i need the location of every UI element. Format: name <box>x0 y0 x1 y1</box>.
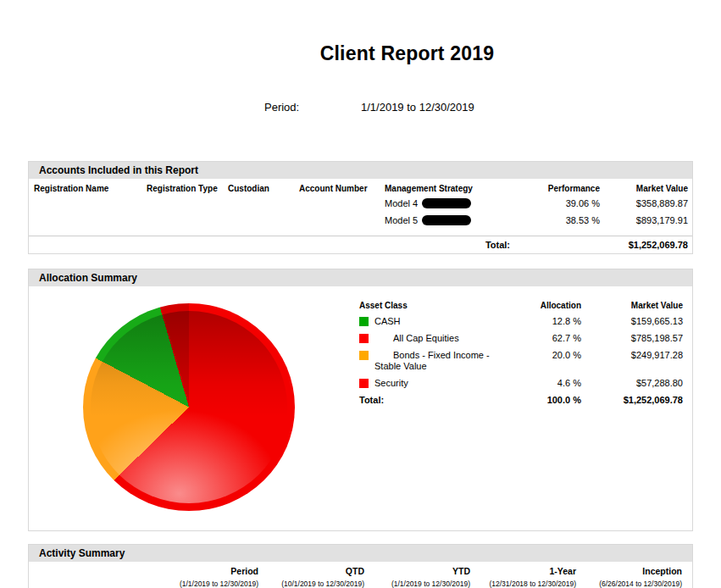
qtd-range: (10/1/2019 to 12/30/2019) <box>258 580 364 588</box>
management-strategy-cell: Model 4 <box>385 198 537 208</box>
col-registration-name: Registration Name <box>34 184 147 193</box>
col-asset-class: Asset Class <box>359 300 509 311</box>
empty-cell <box>34 566 153 576</box>
period-value: 1/1/2019 to 12/30/2019 <box>361 101 474 114</box>
asset-class-label: Security <box>374 378 509 389</box>
market-value: $785,198.57 <box>581 333 683 344</box>
col-qtd: QTD <box>258 566 364 576</box>
empty-cell <box>34 580 153 588</box>
col-inception: Inception <box>576 566 682 576</box>
market-value: $57,288.80 <box>581 378 683 389</box>
allocation-section-title: Allocation Summary <box>29 269 692 286</box>
strategy-label: Model 4 <box>385 198 418 208</box>
allocation-pie-chart <box>83 303 295 511</box>
security-swatch-icon <box>359 379 369 388</box>
legend-header: Asset Class Allocation Market Value <box>359 300 683 311</box>
allocation-value: 12.8 % <box>509 316 581 327</box>
accounts-section: Accounts Included in this Report Registr… <box>28 161 693 254</box>
col-account-number: Account Number <box>299 184 385 193</box>
market-value: $159,665.13 <box>581 316 683 327</box>
allocation-total-value: $1,252,069.78 <box>581 395 683 406</box>
legend-row: All Cap Equities 62.7 % $785,198.57 <box>359 333 683 344</box>
equities-swatch-icon <box>359 334 369 343</box>
management-strategy-cell: Model 5 <box>385 215 537 225</box>
strategy-label: Model 5 <box>385 215 418 225</box>
activity-table-header: Period QTD YTD 1-Year Inception <box>29 566 692 576</box>
accounts-table-header: Registration Name Registration Type Cust… <box>29 181 692 195</box>
legend-total-row: Total: 100.0 % $1,252,069.78 <box>359 395 683 406</box>
redacted-value <box>422 198 471 208</box>
period-range: (1/1/2019 to 12/30/2019) <box>153 580 258 588</box>
allocation-total-percent: 100.0 % <box>509 395 581 406</box>
allocation-value: 20.0 % <box>509 350 581 372</box>
market-value-cell: $358,889.87 <box>600 198 688 208</box>
col-market-value: Market Value <box>581 300 683 311</box>
legend-row: Security 4.6 % $57,288.80 <box>359 378 683 389</box>
col-market-value: Market Value <box>600 184 688 193</box>
performance-cell: 38.53 % <box>537 215 600 225</box>
activity-date-ranges: (1/1/2019 to 12/30/2019) (10/1/2019 to 1… <box>29 580 692 588</box>
activity-section: Activity Summary Period QTD YTD 1-Year I… <box>28 544 693 588</box>
account-row: Model 4 39.06 % $358,889.87 <box>29 195 692 212</box>
col-1-year: 1-Year <box>470 566 576 576</box>
col-performance: Performance <box>537 184 600 193</box>
accounts-total-value: $1,252,069.78 <box>629 240 688 250</box>
redacted-value <box>422 215 471 225</box>
col-management-strategy: Management Strategy <box>385 184 537 193</box>
period-label: Period: <box>264 101 299 114</box>
inception-range: (6/26/2014 to 12/30/2019) <box>576 580 682 588</box>
asset-class-label: CASH <box>374 316 509 327</box>
col-allocation: Allocation <box>509 300 581 311</box>
market-value-cell: $893,179.91 <box>600 215 688 225</box>
allocation-legend: Asset Class Allocation Market Value CASH… <box>359 300 683 412</box>
asset-class-label: All Cap Equities <box>374 333 509 344</box>
col-period: Period <box>153 566 258 576</box>
report-page: Client Report 2019 Period: 1/1/2019 to 1… <box>0 0 721 588</box>
allocation-value: 62.7 % <box>509 333 581 344</box>
performance-cell: 39.06 % <box>537 198 600 208</box>
accounts-total-label: Total: <box>485 240 510 250</box>
allocation-section: Allocation Summary Asset Class Allocatio… <box>28 269 693 531</box>
accounts-total-row: Total: $1,252,069.78 <box>29 236 692 253</box>
legend-row: CASH 12.8 % $159,665.13 <box>359 316 683 327</box>
market-value: $249,917.28 <box>581 350 683 372</box>
account-row: Model 5 38.53 % $893,179.91 <box>29 212 692 229</box>
accounts-section-title: Accounts Included in this Report <box>29 162 692 179</box>
col-registration-type: Registration Type <box>147 184 228 193</box>
pie-gloss <box>91 311 287 503</box>
page-title: Client Report 2019 <box>93 42 721 65</box>
one-year-range: (12/31/2018 to 12/30/2019) <box>470 580 576 588</box>
allocation-total-label: Total: <box>359 395 509 406</box>
bonds-swatch-icon <box>359 351 369 360</box>
cash-swatch-icon <box>359 317 369 326</box>
allocation-value: 4.6 % <box>509 378 581 389</box>
legend-row: Bonds - Fixed Income - Stable Value 20.0… <box>359 350 683 372</box>
col-ytd: YTD <box>364 566 470 576</box>
asset-class-label: Bonds - Fixed Income - Stable Value <box>374 350 509 372</box>
activity-section-title: Activity Summary <box>29 545 692 562</box>
col-custodian: Custodian <box>228 184 299 193</box>
ytd-range: (1/1/2019 to 12/30/2019) <box>364 580 470 588</box>
